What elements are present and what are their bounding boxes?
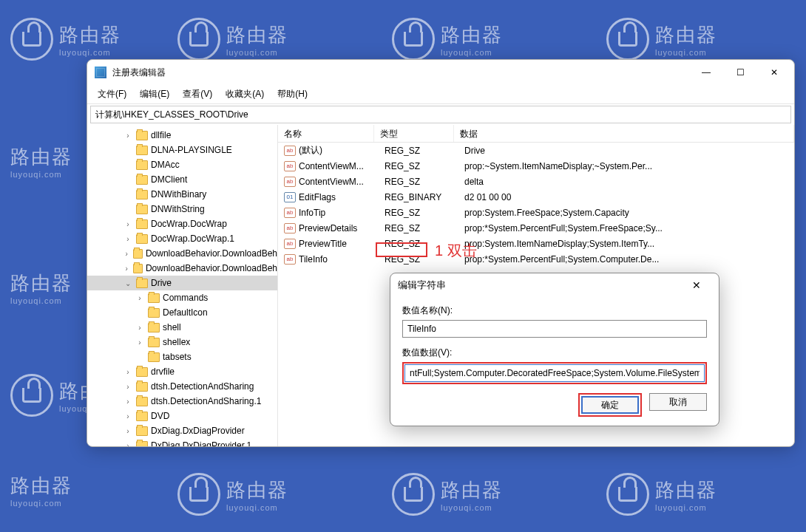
- cancel-button[interactable]: 取消: [649, 393, 707, 411]
- tree-label: DLNA-PLAYSINGLE: [151, 145, 232, 155]
- address-bar[interactable]: 计算机\HKEY_CLASSES_ROOT\Drive: [90, 106, 791, 123]
- col-type[interactable]: 类型: [374, 125, 454, 142]
- tree-label: DocWrap.DocWrap: [151, 219, 227, 229]
- value-type: REG_SZ: [379, 161, 458, 171]
- maximize-button[interactable]: ☐: [723, 61, 757, 83]
- key-tree[interactable]: ›dllfileDLNA-PLAYSINGLEDMAccDMClientDNWi…: [87, 125, 278, 446]
- dialog-close-icon[interactable]: ✕: [682, 279, 711, 291]
- tree-node[interactable]: ›DownloadBehavior.DownloadBeh: [87, 246, 277, 261]
- tree-node[interactable]: DNWithString: [87, 202, 277, 216]
- tree-node[interactable]: ›DVD: [87, 409, 277, 423]
- tree-node[interactable]: ›DxDiag.DxDiagProvider: [87, 423, 277, 438]
- chevron-icon[interactable]: ›: [123, 427, 133, 435]
- col-name[interactable]: 名称: [278, 125, 374, 142]
- titlebar[interactable]: 注册表编辑器 — ☐ ✕: [87, 60, 794, 85]
- value-row[interactable]: abTileInfoREG_SZprop:*System.PercentFull…: [278, 251, 794, 267]
- tree-label: DownloadBehavior.DownloadBeh: [146, 263, 277, 273]
- tree-node[interactable]: ›dllfile: [87, 128, 277, 143]
- value-name: TileInfo: [299, 254, 379, 265]
- tree-node[interactable]: ›DocWrap.DocWrap: [87, 216, 277, 231]
- tree-label: DefaultIcon: [163, 307, 208, 318]
- tree-node[interactable]: ›Commands: [87, 290, 277, 305]
- tree-node[interactable]: ›drvfile: [87, 364, 277, 379]
- ok-button[interactable]: 确定: [581, 396, 639, 414]
- value-icon: ab: [284, 177, 296, 187]
- chevron-icon[interactable]: ›: [123, 265, 130, 273]
- value-icon: ab: [284, 161, 296, 171]
- tree-label: DownloadBehavior.DownloadBeh: [146, 248, 277, 259]
- menu-file[interactable]: 文件(F): [92, 86, 132, 103]
- value-row[interactable]: abContentViewM...REG_SZprop:~System.Item…: [278, 158, 794, 174]
- annotation-box-2: [402, 362, 707, 384]
- folder-icon: [136, 382, 148, 392]
- folder-icon: [136, 205, 148, 214]
- close-button[interactable]: ✕: [757, 61, 791, 83]
- folder-icon: [136, 131, 148, 140]
- value-row[interactable]: abContentViewM...REG_SZdelta: [278, 174, 794, 189]
- tree-label: Drive: [151, 278, 172, 288]
- chevron-icon[interactable]: ⌄: [123, 279, 133, 287]
- tree-node[interactable]: DefaultIcon: [87, 305, 277, 320]
- tree-label: drvfile: [151, 366, 175, 377]
- folder-icon: [136, 234, 148, 244]
- menu-edit[interactable]: 编辑(E): [134, 86, 175, 103]
- col-data[interactable]: 数据: [454, 125, 794, 142]
- folder-icon: [148, 338, 160, 347]
- chevron-icon[interactable]: ›: [123, 398, 133, 406]
- tree-node[interactable]: ›DownloadBehavior.DownloadBeh: [87, 261, 277, 276]
- chevron-icon[interactable]: ›: [135, 338, 145, 347]
- tree-node[interactable]: DNWithBinary: [87, 187, 277, 202]
- chevron-icon[interactable]: ›: [123, 235, 133, 243]
- chevron-icon[interactable]: ›: [123, 368, 133, 376]
- tree-node[interactable]: ›shell: [87, 320, 277, 335]
- tree-label: DocWrap.DocWrap.1: [151, 233, 234, 244]
- tree-node[interactable]: DMClient: [87, 172, 277, 187]
- value-name: EditFlags: [299, 192, 379, 202]
- chevron-icon[interactable]: ›: [123, 442, 133, 447]
- tree-label: tabsets: [163, 352, 192, 362]
- value-row[interactable]: abInfoTipREG_SZprop:System.FreeSpace;Sys…: [278, 205, 794, 220]
- tree-node[interactable]: ›dtsh.DetectionAndSharing: [87, 379, 277, 394]
- tree-node[interactable]: ›DxDiag.DxDiagProvider.1: [87, 438, 277, 446]
- name-input[interactable]: [402, 320, 707, 338]
- tree-node[interactable]: DMAcc: [87, 157, 277, 172]
- folder-icon: [133, 264, 142, 273]
- tree-node[interactable]: ›dtsh.DetectionAndSharing.1: [87, 394, 277, 409]
- data-input[interactable]: [404, 364, 705, 382]
- value-data: prop:System.FreeSpace;System.Capacity: [458, 208, 794, 218]
- value-data: prop:System.ItemNameDisplay;System.ItemT…: [458, 239, 794, 249]
- menu-view[interactable]: 查看(V): [177, 86, 218, 103]
- tree-node[interactable]: ›shellex: [87, 335, 277, 349]
- chevron-icon[interactable]: ›: [123, 132, 133, 140]
- watermark-sub: luyouqi.com: [59, 48, 121, 57]
- value-row[interactable]: ab(默认)REG_SZDrive: [278, 143, 794, 158]
- value-row[interactable]: 01EditFlagsREG_BINARYd2 01 00 00: [278, 189, 794, 205]
- chevron-icon[interactable]: ›: [123, 220, 133, 228]
- data-label: 数值数据(V):: [402, 347, 707, 359]
- chevron-icon[interactable]: ›: [123, 412, 133, 420]
- dialog-titlebar[interactable]: 编辑字符串 ✕: [390, 273, 719, 297]
- tree-label: shellex: [163, 337, 190, 347]
- chevron-icon[interactable]: ›: [123, 383, 133, 391]
- list-header[interactable]: 名称 类型 数据: [278, 125, 794, 143]
- chevron-icon[interactable]: ›: [135, 294, 145, 302]
- value-type: REG_SZ: [379, 177, 458, 187]
- folder-icon: [136, 367, 148, 377]
- value-data: prop:*System.PercentFull;System.FreeSpac…: [458, 223, 794, 233]
- tree-node[interactable]: ›DocWrap.DocWrap.1: [87, 231, 277, 246]
- folder-icon: [136, 426, 148, 436]
- tree-label: DMAcc: [151, 160, 180, 170]
- menu-help[interactable]: 帮助(H): [271, 86, 314, 103]
- minimize-button[interactable]: —: [689, 61, 723, 83]
- tree-node[interactable]: tabsets: [87, 349, 277, 364]
- name-label: 数值名称(N):: [402, 304, 707, 317]
- value-row[interactable]: abPreviewDetailsREG_SZprop:*System.Perce…: [278, 220, 794, 236]
- watermark-text: 路由器: [59, 22, 121, 48]
- tree-node[interactable]: ⌄Drive: [87, 276, 277, 290]
- app-icon: [95, 66, 106, 78]
- tree-node[interactable]: DLNA-PLAYSINGLE: [87, 143, 277, 157]
- chevron-icon[interactable]: ›: [135, 324, 145, 332]
- menu-fav[interactable]: 收藏夹(A): [220, 86, 270, 103]
- chevron-icon[interactable]: ›: [123, 250, 130, 258]
- value-row[interactable]: abPreviewTitleREG_SZprop:System.ItemName…: [278, 236, 794, 251]
